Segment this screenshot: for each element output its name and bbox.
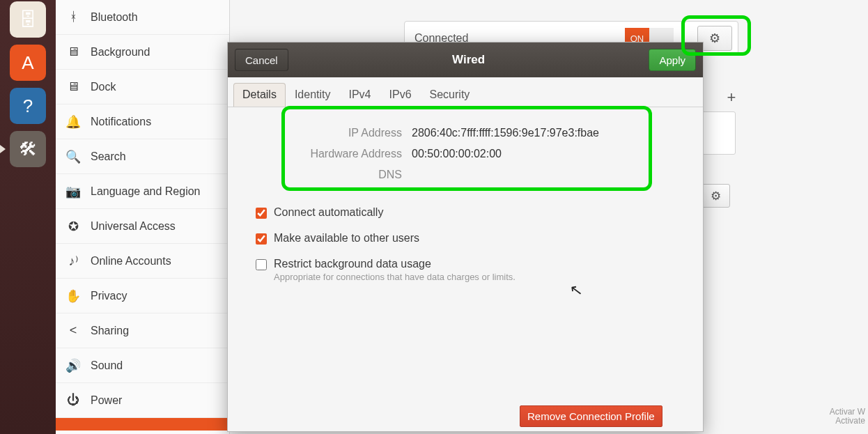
launcher-settings[interactable]: 🛠	[10, 131, 46, 167]
tab-ipv6[interactable]: IPv6	[380, 83, 421, 107]
launcher-store[interactable]: A	[10, 45, 46, 81]
power-icon: ⏻	[65, 393, 81, 408]
secondary-card	[701, 111, 736, 155]
tab-details[interactable]: Details	[233, 83, 286, 107]
settings-sidebar: ᚼBluetooth 🖥Background 🖥Dock 🔔Notificati…	[56, 0, 230, 434]
hw-row: Hardware Address 00:50:00:00:02:00	[297, 148, 683, 160]
sidebar-item-sound[interactable]: 🔊Sound	[56, 348, 229, 383]
secondary-gear-button[interactable]: ⚙	[701, 184, 730, 208]
gear-icon: ⚙	[711, 189, 721, 203]
online-accounts-icon: ♪⁾	[65, 254, 81, 269]
help-icon: ?	[23, 95, 33, 117]
sidebar-item-sharing[interactable]: <Sharing	[56, 313, 229, 348]
sharing-icon: <	[65, 323, 81, 338]
sound-icon: 🔊	[65, 358, 81, 373]
launcher-help[interactable]: ?	[10, 88, 46, 124]
check-share-label: Make available to other users	[274, 232, 419, 245]
bluetooth-icon: ᚼ	[65, 10, 81, 24]
checkbox-group: Connect automatically Make available to …	[228, 206, 703, 293]
sidebar-item-notifications[interactable]: 🔔Notifications	[56, 104, 229, 139]
apply-button[interactable]: Apply	[649, 49, 696, 71]
remove-connection-button[interactable]: Remove Connection Profile	[520, 405, 662, 427]
files-icon: 🗄	[19, 9, 37, 31]
sidebar-item-language[interactable]: 📷Language and Region	[56, 174, 229, 209]
tab-security[interactable]: Security	[421, 83, 479, 107]
store-icon: A	[22, 52, 33, 74]
universal-access-icon: ✪	[65, 219, 81, 234]
privacy-icon: ✋	[65, 288, 81, 304]
add-connection-button[interactable]: +	[721, 88, 742, 109]
ip-label: IP Address	[297, 127, 402, 139]
sidebar-item-online-accounts[interactable]: ♪⁾Online Accounts	[56, 244, 229, 279]
launcher-files[interactable]: 🗄	[10, 1, 46, 38]
sidebar-item-label: Power	[91, 394, 122, 407]
sidebar-item-label: Sharing	[91, 325, 129, 337]
check-connect-auto-box[interactable]	[256, 208, 267, 219]
check-connect-auto[interactable]: Connect automatically	[253, 206, 703, 221]
tab-identity[interactable]: Identity	[286, 83, 340, 107]
details-pane: IP Address 2806:40c:7fff:ffff:1596:9e17:…	[228, 107, 703, 189]
search-icon: 🔍	[65, 149, 81, 164]
check-restrict-box[interactable]	[256, 259, 267, 270]
check-share[interactable]: Make available to other users	[253, 232, 703, 247]
sidebar-item-label: Universal Access	[91, 220, 176, 233]
sidebar-item-label: Dock	[91, 81, 116, 93]
sidebar-item-label: Bluetooth	[91, 11, 138, 24]
dialog-title: Wired	[288, 53, 649, 67]
check-connect-auto-label: Connect automatically	[274, 206, 383, 219]
sidebar-item-label: Sound	[91, 359, 123, 372]
sidebar-item-active-highlight	[56, 418, 229, 431]
background-icon: 🖥	[65, 45, 81, 59]
unity-launcher: 🗄 A ? 🛠	[0, 0, 56, 434]
sidebar-item-power[interactable]: ⏻Power	[56, 383, 229, 418]
dns-row: DNS	[297, 169, 683, 181]
sidebar-item-label: Search	[91, 150, 126, 163]
cancel-button[interactable]: Cancel	[235, 49, 288, 71]
dock-icon: 🖥	[65, 79, 81, 94]
tab-ipv4[interactable]: IPv4	[340, 83, 380, 107]
bell-icon: 🔔	[65, 114, 81, 130]
dialog-tabs: Details Identity IPv4 IPv6 Security	[228, 77, 703, 107]
check-restrict-sub: Appropriate for connections that have da…	[274, 272, 516, 282]
connection-dialog: Cancel Wired Apply Details Identity IPv4…	[227, 42, 704, 432]
sidebar-item-bluetooth[interactable]: ᚼBluetooth	[56, 0, 229, 35]
ip-value: 2806:40c:7fff:ffff:1596:9e17:97e3:fbae	[412, 127, 599, 139]
dialog-header: Cancel Wired Apply	[228, 42, 703, 77]
check-restrict-label: Restrict background data usage Appropria…	[274, 258, 516, 282]
sidebar-item-universal-access[interactable]: ✪Universal Access	[56, 209, 229, 244]
sidebar-item-label: Background	[91, 46, 150, 59]
dns-label: DNS	[297, 169, 402, 181]
check-restrict[interactable]: Restrict background data usage Appropria…	[253, 258, 703, 282]
ip-row: IP Address 2806:40c:7fff:ffff:1596:9e17:…	[297, 127, 683, 139]
sidebar-item-privacy[interactable]: ✋Privacy	[56, 279, 229, 313]
sidebar-item-label: Notifications	[91, 116, 151, 128]
hw-label: Hardware Address	[297, 148, 402, 160]
activation-watermark: Activar WActivate	[830, 408, 865, 426]
sidebar-item-dock[interactable]: 🖥Dock	[56, 70, 229, 104]
gear-icon: ⚙	[709, 31, 720, 46]
sidebar-item-label: Online Accounts	[91, 255, 171, 268]
settings-icon: 🛠	[19, 139, 37, 160]
check-share-box[interactable]	[256, 233, 267, 245]
sidebar-item-search[interactable]: 🔍Search	[56, 139, 229, 174]
sidebar-item-label: Privacy	[91, 290, 127, 302]
hw-value: 00:50:00:00:02:00	[412, 148, 502, 160]
sidebar-item-label: Language and Region	[91, 185, 200, 198]
language-icon: 📷	[65, 184, 81, 199]
sidebar-item-background[interactable]: 🖥Background	[56, 35, 229, 70]
